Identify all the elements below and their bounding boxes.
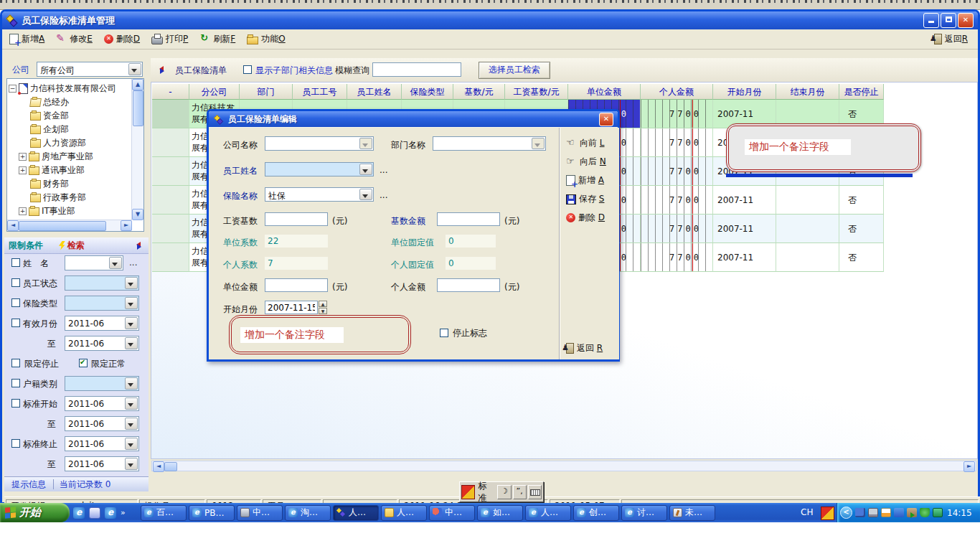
taskbar-task[interactable]: ePB… [189,505,235,521]
column-header[interactable]: 是否停止 [839,84,884,100]
media-player-icon[interactable] [89,507,100,519]
insurance-lookup-ellipsis[interactable]: ... [380,190,387,200]
tray-collapse-icon[interactable]: < [840,507,852,519]
taskbar-task[interactable]: e淘… [285,505,331,521]
minimize-button[interactable] [923,13,939,28]
column-header[interactable]: 基数/元 [453,84,505,100]
dialog-add-button[interactable]: 新增 A [566,174,604,187]
dialog-save-button[interactable]: 保存 S [566,193,604,205]
filter-combo[interactable] [65,276,139,291]
fold-tray-icon[interactable] [894,508,904,517]
filter-combo[interactable] [65,255,123,270]
maximize-button[interactable] [941,13,956,28]
browser-icon[interactable]: e [105,507,116,519]
taskbar-task[interactable]: 中… [429,505,475,521]
swap-panel-icon[interactable] [133,241,144,250]
tree-vscroll-thumb[interactable] [133,90,143,126]
column-header[interactable]: 个人金额 [641,84,713,100]
row-selector-cell[interactable] [152,215,189,243]
filter-combo[interactable] [65,376,139,391]
shield-tray-icon[interactable] [920,508,930,517]
spin-up-icon[interactable]: ▲ [319,301,327,307]
filter-combo[interactable]: 2011-06 [65,436,139,451]
language-indicator[interactable]: CH [801,507,813,517]
spin-down-icon[interactable]: ▼ [319,308,327,314]
ime-fullhalf-icon[interactable]: ☽ [497,485,511,499]
employee-lookup-ellipsis[interactable]: ... [380,165,387,175]
toolbar-button-d[interactable]: 删除D [104,33,140,45]
dialog-return-button[interactable]: 返回 R [566,342,603,354]
company-select[interactable]: 所有公司 [37,62,143,77]
tree-item[interactable]: +通讯事业部 [9,164,85,177]
chevron-down-icon[interactable] [125,337,138,349]
scroll-up-icon[interactable]: ▲ [132,79,143,90]
scroll-right-icon[interactable]: ► [963,461,975,472]
fuzzy-search-input[interactable] [372,62,461,77]
tree-item[interactable]: +IT事业部 [9,204,75,218]
employee-name-select[interactable] [265,162,374,176]
filter-checkbox[interactable] [11,258,20,267]
filter-checkbox[interactable] [11,439,20,448]
swap-panel-icon[interactable] [156,65,167,74]
filter-combo[interactable]: 2011-06 [65,316,139,331]
tree-item[interactable]: 财务部 [9,177,69,191]
tree-vertical-scrollbar[interactable]: ▲ ▼ [131,79,143,220]
personal-amount-input[interactable] [437,278,500,292]
filter-combo[interactable]: 2011-06 [65,336,139,351]
ie-icon[interactable]: e [73,507,85,519]
dialog-prev-button[interactable]: 向前 L [566,137,605,149]
column-header[interactable]: 员工姓名 [347,84,402,100]
filter-combo[interactable]: 2011-06 [65,396,139,411]
taskbar-task[interactable]: 人… [333,505,379,521]
net-tray-icon[interactable] [855,508,865,517]
chevron-down-icon[interactable] [125,277,138,289]
dept-name-select[interactable] [433,136,546,151]
tree-item[interactable]: 企划部 [9,123,69,136]
column-header[interactable]: 员工工号 [293,84,347,100]
tree-expander-icon[interactable]: + [19,207,27,215]
mon-tray-icon[interactable] [868,508,878,517]
filter-checkbox[interactable] [11,399,20,408]
toolbar-button-f[interactable]: 刷新F [199,33,235,45]
base-amount-input[interactable] [437,212,500,226]
chevron-down-icon[interactable] [125,377,138,390]
ime-punctuation-icon[interactable]: ”, [513,485,527,499]
start-month-input[interactable] [265,301,318,314]
dialog-next-button[interactable]: 向后 N [566,156,606,168]
taskbar-task[interactable]: 人… [381,505,427,521]
scroll-left-icon[interactable]: ◄ [153,461,164,472]
box-tray-icon[interactable] [933,508,943,517]
tree-item[interactable]: 资金部 [9,109,69,123]
filter-combo[interactable]: 2011-06 [65,456,139,471]
taskbar-task[interactable]: e讨… [621,505,667,521]
chevron-down-icon[interactable] [125,418,138,430]
chevron-down-icon[interactable] [109,257,122,269]
taskbar-task[interactable]: e如… [477,505,523,521]
limit-stopped-checkbox[interactable] [11,359,20,367]
filter-search-button[interactable]: 检索 [59,240,85,252]
taskbar-task[interactable]: e创… [573,505,619,521]
ime-logo-icon[interactable] [461,485,475,499]
tree-item[interactable]: +房地产事业部 [9,150,93,164]
toolbar-button-e[interactable]: 修改E [56,33,93,45]
start-button[interactable]: 开始 [0,503,70,522]
dialog-close-button[interactable]: ✕ [599,113,613,126]
tree-expander-icon[interactable]: + [19,153,27,161]
taskbar-task[interactable]: 未… [669,505,715,521]
filter-checkbox[interactable] [11,379,20,387]
tree-item[interactable]: 行政事务部 [9,191,86,204]
tree-expander-icon[interactable]: + [19,166,27,174]
chevron-down-icon[interactable] [125,397,138,410]
column-header[interactable]: 开始月份 [713,84,776,100]
tree-item[interactable]: 人力资源部 [9,136,86,150]
row-selector-cell[interactable] [152,128,189,157]
chevron-down-icon[interactable] [128,63,141,75]
show-sub-departments-checkbox[interactable] [243,65,252,74]
tree-horizontal-scrollbar[interactable]: ◄ ► [7,220,132,231]
db-tray-icon[interactable] [907,508,917,517]
dialog-delete-button[interactable]: 删除 D [566,212,605,224]
toolbar-button-p[interactable]: 打印P [151,33,188,45]
filter-checkbox[interactable] [11,319,20,327]
taskbar-task[interactable]: e百… [141,505,187,521]
insurance-name-select[interactable]: 社保 [265,187,374,202]
